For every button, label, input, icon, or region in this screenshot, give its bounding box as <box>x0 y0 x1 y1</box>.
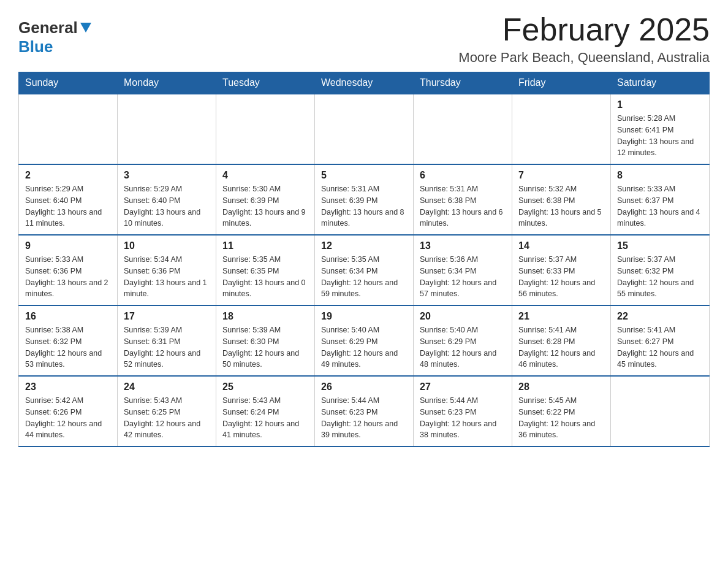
day-number: 20 <box>420 311 506 322</box>
day-info: Sunrise: 5:35 AMSunset: 6:34 PMDaylight:… <box>321 254 407 300</box>
day-info: Sunrise: 5:37 AMSunset: 6:33 PMDaylight:… <box>518 254 604 300</box>
day-number: 17 <box>124 311 210 322</box>
calendar-week-row: 23Sunrise: 5:42 AMSunset: 6:26 PMDayligh… <box>19 376 710 446</box>
day-number: 26 <box>321 381 407 393</box>
calendar-cell: 13Sunrise: 5:36 AMSunset: 6:34 PMDayligh… <box>414 235 512 305</box>
logo-triangle-icon <box>79 20 93 34</box>
location-title: Moore Park Beach, Queensland, Australia <box>458 50 710 66</box>
day-number: 22 <box>617 311 703 322</box>
day-info: Sunrise: 5:42 AMSunset: 6:26 PMDaylight:… <box>25 395 111 441</box>
day-number: 13 <box>420 240 506 251</box>
day-number: 7 <box>518 170 604 181</box>
month-title: February 2025 <box>458 12 710 47</box>
calendar: SundayMondayTuesdayWednesdayThursdayFrid… <box>18 72 710 447</box>
day-number: 9 <box>25 240 111 251</box>
calendar-cell: 10Sunrise: 5:34 AMSunset: 6:36 PMDayligh… <box>118 235 216 305</box>
header: General Blue February 2025 Moore Park Be… <box>18 12 710 66</box>
calendar-cell <box>414 94 512 164</box>
calendar-header-row: SundayMondayTuesdayWednesdayThursdayFrid… <box>19 72 710 94</box>
day-number: 16 <box>25 311 111 322</box>
day-number: 14 <box>518 240 604 251</box>
calendar-week-row: 9Sunrise: 5:33 AMSunset: 6:36 PMDaylight… <box>19 235 710 305</box>
calendar-cell: 14Sunrise: 5:37 AMSunset: 6:33 PMDayligh… <box>512 235 611 305</box>
calendar-cell: 5Sunrise: 5:31 AMSunset: 6:39 PMDaylight… <box>315 164 414 235</box>
calendar-cell: 28Sunrise: 5:45 AMSunset: 6:22 PMDayligh… <box>512 376 611 446</box>
calendar-cell <box>315 94 414 164</box>
day-info: Sunrise: 5:45 AMSunset: 6:22 PMDaylight:… <box>518 395 604 441</box>
calendar-cell <box>216 94 315 164</box>
day-info: Sunrise: 5:41 AMSunset: 6:28 PMDaylight:… <box>518 324 604 370</box>
day-number: 8 <box>617 170 703 181</box>
day-number: 2 <box>25 170 111 181</box>
title-area: February 2025 Moore Park Beach, Queensla… <box>458 12 710 66</box>
day-info: Sunrise: 5:43 AMSunset: 6:25 PMDaylight:… <box>124 395 210 441</box>
day-info: Sunrise: 5:41 AMSunset: 6:27 PMDaylight:… <box>617 324 703 370</box>
day-number: 21 <box>518 311 604 322</box>
day-number: 11 <box>222 240 308 251</box>
calendar-cell <box>512 94 611 164</box>
day-info: Sunrise: 5:39 AMSunset: 6:30 PMDaylight:… <box>222 324 308 370</box>
day-number: 27 <box>420 381 506 393</box>
day-number: 24 <box>124 381 210 393</box>
day-info: Sunrise: 5:34 AMSunset: 6:36 PMDaylight:… <box>124 254 210 300</box>
calendar-cell: 25Sunrise: 5:43 AMSunset: 6:24 PMDayligh… <box>216 376 315 446</box>
day-info: Sunrise: 5:36 AMSunset: 6:34 PMDaylight:… <box>420 254 506 300</box>
calendar-header-saturday: Saturday <box>611 72 710 94</box>
day-number: 15 <box>617 240 703 251</box>
calendar-cell: 12Sunrise: 5:35 AMSunset: 6:34 PMDayligh… <box>315 235 414 305</box>
day-info: Sunrise: 5:40 AMSunset: 6:29 PMDaylight:… <box>420 324 506 370</box>
day-number: 5 <box>321 170 407 181</box>
day-info: Sunrise: 5:29 AMSunset: 6:40 PMDaylight:… <box>25 183 111 229</box>
calendar-header-sunday: Sunday <box>19 72 118 94</box>
day-number: 19 <box>321 311 407 322</box>
calendar-cell: 18Sunrise: 5:39 AMSunset: 6:30 PMDayligh… <box>216 305 315 376</box>
calendar-cell: 1Sunrise: 5:28 AMSunset: 6:41 PMDaylight… <box>611 94 710 164</box>
day-info: Sunrise: 5:38 AMSunset: 6:32 PMDaylight:… <box>25 324 111 370</box>
calendar-cell: 6Sunrise: 5:31 AMSunset: 6:38 PMDaylight… <box>414 164 512 235</box>
calendar-cell: 21Sunrise: 5:41 AMSunset: 6:28 PMDayligh… <box>512 305 611 376</box>
day-number: 4 <box>222 170 308 181</box>
day-info: Sunrise: 5:40 AMSunset: 6:29 PMDaylight:… <box>321 324 407 370</box>
calendar-cell: 3Sunrise: 5:29 AMSunset: 6:40 PMDaylight… <box>118 164 216 235</box>
calendar-cell: 19Sunrise: 5:40 AMSunset: 6:29 PMDayligh… <box>315 305 414 376</box>
day-info: Sunrise: 5:44 AMSunset: 6:23 PMDaylight:… <box>321 395 407 441</box>
calendar-cell: 4Sunrise: 5:30 AMSunset: 6:39 PMDaylight… <box>216 164 315 235</box>
day-info: Sunrise: 5:37 AMSunset: 6:32 PMDaylight:… <box>617 254 703 300</box>
calendar-header-thursday: Thursday <box>414 72 512 94</box>
calendar-cell <box>611 376 710 446</box>
calendar-cell <box>19 94 118 164</box>
calendar-cell: 16Sunrise: 5:38 AMSunset: 6:32 PMDayligh… <box>19 305 118 376</box>
day-number: 12 <box>321 240 407 251</box>
day-info: Sunrise: 5:28 AMSunset: 6:41 PMDaylight:… <box>617 113 703 159</box>
day-info: Sunrise: 5:33 AMSunset: 6:36 PMDaylight:… <box>25 254 111 300</box>
day-number: 18 <box>222 311 308 322</box>
day-number: 3 <box>124 170 210 181</box>
calendar-header-wednesday: Wednesday <box>315 72 414 94</box>
day-info: Sunrise: 5:35 AMSunset: 6:35 PMDaylight:… <box>222 254 308 300</box>
calendar-week-row: 1Sunrise: 5:28 AMSunset: 6:41 PMDaylight… <box>19 94 710 164</box>
day-number: 25 <box>222 381 308 393</box>
day-info: Sunrise: 5:44 AMSunset: 6:23 PMDaylight:… <box>420 395 506 441</box>
logo-blue-text: Blue <box>18 37 53 56</box>
calendar-cell: 23Sunrise: 5:42 AMSunset: 6:26 PMDayligh… <box>19 376 118 446</box>
calendar-cell: 26Sunrise: 5:44 AMSunset: 6:23 PMDayligh… <box>315 376 414 446</box>
day-number: 6 <box>420 170 506 181</box>
calendar-cell: 15Sunrise: 5:37 AMSunset: 6:32 PMDayligh… <box>611 235 710 305</box>
calendar-week-row: 2Sunrise: 5:29 AMSunset: 6:40 PMDaylight… <box>19 164 710 235</box>
day-number: 1 <box>617 99 703 110</box>
day-info: Sunrise: 5:39 AMSunset: 6:31 PMDaylight:… <box>124 324 210 370</box>
calendar-cell: 20Sunrise: 5:40 AMSunset: 6:29 PMDayligh… <box>414 305 512 376</box>
calendar-cell: 17Sunrise: 5:39 AMSunset: 6:31 PMDayligh… <box>118 305 216 376</box>
calendar-header-tuesday: Tuesday <box>216 72 315 94</box>
calendar-cell: 27Sunrise: 5:44 AMSunset: 6:23 PMDayligh… <box>414 376 512 446</box>
day-info: Sunrise: 5:31 AMSunset: 6:38 PMDaylight:… <box>420 183 506 229</box>
calendar-cell: 9Sunrise: 5:33 AMSunset: 6:36 PMDaylight… <box>19 235 118 305</box>
calendar-header-friday: Friday <box>512 72 611 94</box>
calendar-cell: 24Sunrise: 5:43 AMSunset: 6:25 PMDayligh… <box>118 376 216 446</box>
day-info: Sunrise: 5:32 AMSunset: 6:38 PMDaylight:… <box>518 183 604 229</box>
day-number: 10 <box>124 240 210 251</box>
day-info: Sunrise: 5:31 AMSunset: 6:39 PMDaylight:… <box>321 183 407 229</box>
calendar-cell <box>118 94 216 164</box>
day-info: Sunrise: 5:30 AMSunset: 6:39 PMDaylight:… <box>222 183 308 229</box>
calendar-cell: 2Sunrise: 5:29 AMSunset: 6:40 PMDaylight… <box>19 164 118 235</box>
